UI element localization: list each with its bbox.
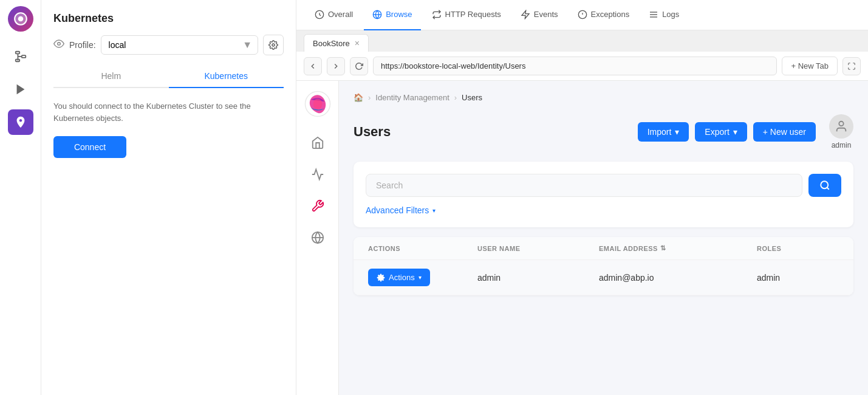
app-sidebar-globe[interactable]: [304, 224, 331, 251]
nav-tab-logs[interactable]: Logs: [640, 0, 688, 30]
td-username: admin: [477, 273, 599, 283]
forward-button[interactable]: [327, 57, 345, 75]
left-panel: Kubernetes Profile: local ▼ Helm Kuberne…: [41, 0, 296, 395]
svg-point-24: [839, 122, 843, 126]
sort-icon[interactable]: ⇅: [660, 244, 666, 252]
chevron-down-icon: ▾: [419, 274, 422, 281]
nav-tab-exceptions[interactable]: Exceptions: [569, 0, 638, 30]
tab-helm[interactable]: Helm: [53, 65, 169, 87]
profile-select[interactable]: local: [101, 35, 258, 55]
breadcrumb-users: Users: [462, 93, 482, 102]
chevron-down-icon: ▾: [675, 127, 679, 137]
profile-row: Profile: local ▼: [53, 35, 284, 55]
page-title: Users: [354, 124, 391, 140]
url-input[interactable]: [373, 57, 777, 75]
svg-marker-7: [16, 84, 24, 95]
chevron-down-icon: ▾: [733, 127, 737, 137]
refresh-button[interactable]: [350, 57, 368, 75]
nav-tab-overall[interactable]: Overall: [306, 0, 361, 30]
svg-rect-4: [21, 55, 25, 58]
content-area: 🏠 › Identity Management › Users Users Im…: [296, 81, 868, 395]
browser-tab-bookstore[interactable]: BookStore ×: [304, 34, 369, 52]
browser-tab-close-icon[interactable]: ×: [355, 38, 360, 48]
advanced-filters-label: Advanced Filters: [366, 205, 429, 215]
nav-tab-events[interactable]: Events: [512, 0, 567, 30]
th-email: EMAIL ADDRESS ⇅: [599, 244, 757, 252]
page-header: Users Import ▾ Export ▾ + New user: [354, 114, 853, 149]
search-input[interactable]: [366, 174, 802, 197]
chevron-down-icon: ▾: [432, 207, 436, 214]
admin-avatar[interactable]: admin: [829, 114, 853, 149]
panel-title: Kubernetes: [53, 12, 284, 25]
sidebar-item-kubernetes[interactable]: [8, 109, 33, 135]
tab-kubernetes[interactable]: Kubernetes: [169, 65, 284, 87]
svg-marker-13: [522, 10, 529, 18]
svg-line-26: [827, 187, 829, 189]
app-sidebar-home[interactable]: [304, 129, 331, 156]
breadcrumb-identity-management[interactable]: Identity Management: [375, 93, 449, 102]
settings-button[interactable]: [263, 35, 284, 55]
export-button[interactable]: Export ▾: [695, 122, 747, 142]
td-actions: Actions ▾: [368, 269, 477, 286]
table-row: Actions ▾ admin admin@abp.io admin: [354, 260, 853, 295]
page-content: 🏠 › Identity Management › Users Users Im…: [339, 81, 868, 395]
search-card: Advanced Filters ▾: [354, 162, 853, 227]
app-logo[interactable]: [8, 6, 33, 32]
td-roles: admin: [757, 273, 853, 283]
new-user-button[interactable]: + New user: [753, 122, 816, 142]
svg-point-21: [313, 98, 322, 109]
avatar-circle: [829, 114, 853, 139]
svg-point-25: [821, 181, 828, 188]
actions-button[interactable]: Actions ▾: [368, 269, 430, 286]
nav-tab-browse[interactable]: Browse: [364, 0, 420, 30]
nav-tab-http-requests[interactable]: HTTP Requests: [423, 0, 510, 30]
main-area: Overall Browse HTTP Requests Events Exce…: [296, 0, 868, 395]
breadcrumb-home-icon[interactable]: 🏠: [354, 93, 363, 102]
sidebar-item-play[interactable]: [8, 77, 33, 102]
svg-point-9: [272, 44, 275, 46]
connect-button[interactable]: Connect: [53, 136, 126, 158]
browser-tab-bar: BookStore ×: [296, 30, 868, 52]
search-row: [366, 174, 841, 197]
visibility-icon[interactable]: [53, 38, 64, 52]
new-tab-button[interactable]: + New Tab: [782, 57, 838, 75]
back-button[interactable]: [304, 57, 322, 75]
search-button[interactable]: [808, 174, 841, 197]
advanced-filters-toggle[interactable]: Advanced Filters ▾: [366, 205, 436, 215]
table-card: ACTIONS USER NAME EMAIL ADDRESS ⇅ ROLES …: [354, 237, 853, 295]
app-sidebar-logo[interactable]: [304, 91, 331, 117]
breadcrumb-sep2: ›: [454, 93, 457, 102]
address-bar: + New Tab: [296, 52, 868, 81]
svg-point-8: [58, 43, 61, 46]
breadcrumb: 🏠 › Identity Management › Users: [354, 93, 853, 102]
profile-label: Profile:: [69, 40, 96, 50]
td-email: admin@abp.io: [599, 273, 757, 283]
top-nav: Overall Browse HTTP Requests Events Exce…: [296, 0, 868, 30]
breadcrumb-sep1: ›: [368, 93, 371, 102]
table-header: ACTIONS USER NAME EMAIL ADDRESS ⇅ ROLES …: [354, 237, 853, 260]
th-actions: ACTIONS: [368, 244, 477, 252]
icon-bar: [0, 0, 41, 395]
th-username: USER NAME: [477, 244, 599, 252]
import-button[interactable]: Import ▾: [638, 122, 689, 142]
svg-rect-2: [15, 52, 19, 54]
profile-select-wrapper: local ▼: [101, 35, 258, 55]
svg-point-1: [18, 16, 23, 22]
th-roles: ROLES: [757, 244, 853, 252]
maximize-button[interactable]: [842, 57, 861, 75]
browser-tab-label: BookStore: [313, 39, 350, 48]
panel-tabs: Helm Kubernetes: [53, 65, 284, 88]
header-actions: Import ▾ Export ▾ + New user admin: [638, 114, 853, 149]
sidebar-item-tree[interactable]: [8, 44, 33, 69]
app-sidebar-settings[interactable]: [304, 193, 331, 219]
app-sidebar: [296, 81, 339, 395]
admin-label: admin: [832, 141, 852, 149]
connect-message: You should connect to the Kubernetes Clu…: [53, 100, 284, 124]
app-sidebar-chart[interactable]: [304, 161, 331, 188]
